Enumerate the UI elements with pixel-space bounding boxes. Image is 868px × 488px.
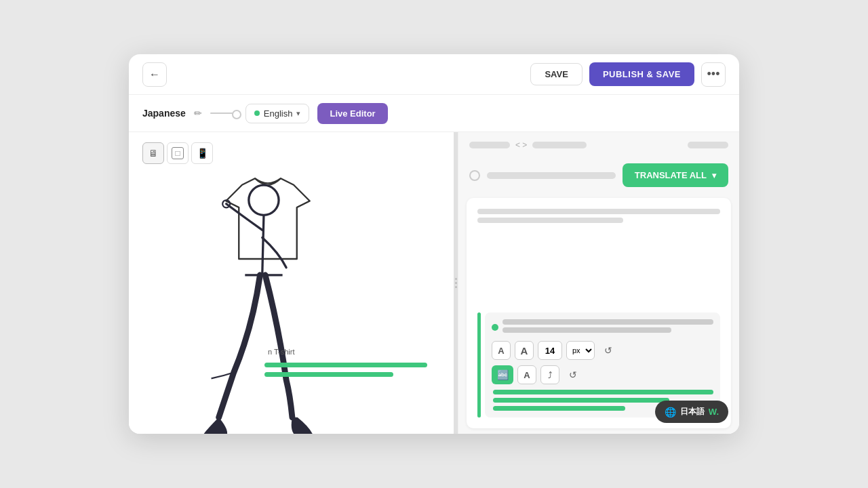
content-row — [492, 319, 713, 333]
font-format-button[interactable]: A — [517, 365, 536, 384]
language-status-dot — [254, 110, 260, 116]
text-line-1 — [477, 209, 720, 214]
desktop-view-button[interactable]: 🖥 — [142, 142, 164, 164]
redo-button[interactable]: ↺ — [564, 365, 583, 384]
green-bar-1 — [264, 363, 427, 367]
handle-dot — [455, 286, 457, 288]
link-tool-button[interactable]: ⤴ — [540, 365, 559, 384]
header: ← SAVE PUBLISH & SAVE ••• — [129, 54, 739, 95]
live-editor-button[interactable]: Live Editor — [317, 103, 387, 124]
right-panel: < > TRANSLATE ALL ▾ — [458, 132, 739, 434]
content-line-1 — [502, 319, 713, 325]
font-size-increase-button[interactable]: A — [515, 341, 534, 360]
device-buttons: 🖥 □ 📱 — [129, 132, 226, 174]
translate-button[interactable]: 🔤 — [492, 365, 513, 384]
font-size-input[interactable] — [538, 341, 562, 360]
green-bar-2 — [264, 372, 393, 377]
source-text-lines — [477, 209, 720, 306]
editor-card: A A px ↺ 🔤 — [467, 198, 731, 428]
top-bar-pill-2 — [532, 142, 587, 148]
app-window: ← SAVE PUBLISH & SAVE ••• Japanese ✏ Eng… — [129, 54, 739, 434]
chevron-down-icon: ▾ — [296, 109, 300, 118]
translation-toolbar-row: 🔤 A ⤴ ↺ — [492, 365, 713, 384]
left-panel: 🖥 □ 📱 — [129, 132, 454, 434]
translate-all-button[interactable]: TRANSLATE ALL ▾ — [623, 163, 728, 187]
publish-save-button[interactable]: PUBLISH & SAVE — [589, 62, 694, 86]
more-options-button[interactable]: ••• — [701, 62, 726, 87]
target-language-label: English — [264, 108, 293, 119]
handle-dots — [455, 278, 457, 288]
back-icon: ← — [149, 68, 160, 81]
translate-bar: TRANSLATE ALL ▾ — [458, 158, 739, 192]
translated-line-3 — [493, 406, 625, 411]
source-language-label: Japanese — [142, 108, 186, 119]
back-button[interactable]: ← — [142, 62, 167, 87]
translated-line-2 — [493, 398, 669, 403]
translate-icon: 🔤 — [497, 369, 509, 380]
right-top-bar: < > — [458, 132, 739, 158]
product-label: n T-shirt — [268, 348, 295, 356]
undo-button[interactable]: ↺ — [599, 341, 618, 360]
svg-point-0 — [249, 185, 279, 215]
mobile-icon: 📱 — [197, 148, 208, 159]
translate-all-label: TRANSLATE ALL — [635, 170, 707, 180]
weglot-badge: 🌐 日本語 W. — [655, 401, 728, 423]
edit-icon[interactable]: ✏ — [194, 108, 202, 119]
tablet-view-button[interactable]: □ — [167, 142, 189, 164]
content-placeholder — [502, 319, 713, 333]
top-bar-pill-3 — [688, 142, 728, 148]
content-line-2 — [502, 327, 671, 333]
handle-dot — [455, 278, 457, 280]
angle-brackets: < > — [515, 140, 527, 150]
select-all-radio[interactable] — [469, 170, 480, 181]
mobile-view-button[interactable]: 📱 — [191, 142, 213, 164]
japanese-label: 日本語 — [680, 406, 705, 418]
person-illustration — [156, 163, 387, 434]
toolbar: Japanese ✏ English ▾ Live Editor — [129, 95, 739, 132]
tablet-icon: □ — [172, 147, 183, 159]
handle-dot — [455, 282, 457, 284]
language-selector[interactable]: English ▾ — [245, 104, 310, 123]
desktop-icon: 🖥 — [149, 148, 158, 159]
weglot-logo: W. — [709, 407, 719, 417]
save-button[interactable]: SAVE — [530, 63, 582, 85]
divider-line — [210, 113, 237, 114]
translate-text-placeholder — [487, 172, 616, 179]
globe-icon: 🌐 — [665, 407, 676, 418]
link-icon: ⤴ — [548, 370, 553, 380]
top-bar-pill-1 — [469, 142, 510, 148]
font-format-icon: A — [524, 370, 530, 380]
translate-chevron-icon: ▾ — [712, 171, 716, 180]
translated-line-1 — [493, 390, 713, 394]
font-unit-select[interactable]: px — [566, 341, 595, 360]
left-accent-bar — [477, 312, 481, 418]
active-indicator-dot — [492, 324, 498, 331]
illustration: n T-shirt — [129, 132, 454, 434]
font-toolbar-row: A A px ↺ — [492, 341, 713, 360]
more-icon: ••• — [707, 67, 720, 81]
font-size-decrease-button[interactable]: A — [492, 341, 511, 360]
main-content: 🖥 □ 📱 — [129, 132, 739, 434]
text-line-2 — [477, 218, 623, 223]
